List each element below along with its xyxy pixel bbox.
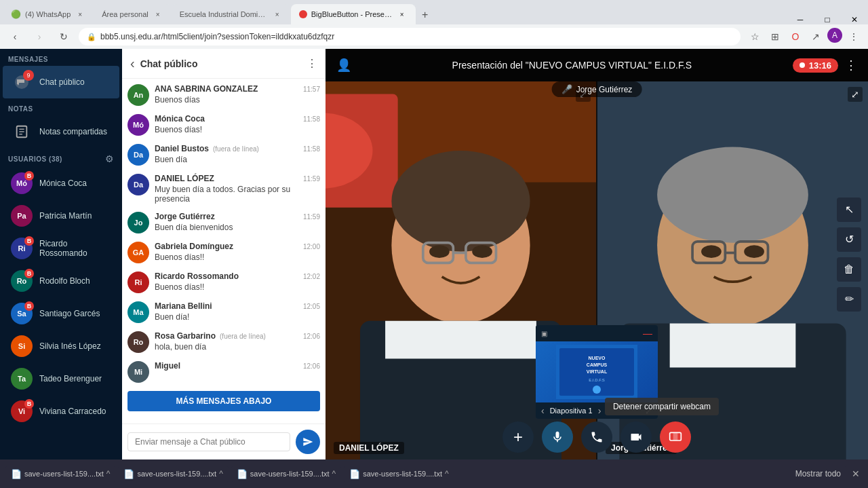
message-item: Da Daniel Bustos (fuera de línea) 11:58 … bbox=[127, 144, 320, 166]
svg-text:E.I.D.F.S: E.I.D.F.S bbox=[589, 378, 605, 382]
dl-expand-2[interactable]: ^ bbox=[219, 469, 223, 478]
chat-title: Chat público bbox=[140, 58, 301, 69]
doc-icon-4: 📄 bbox=[349, 469, 360, 479]
video-header: 👤 Presentación del "NUEVO CAMPUS VIRTUAL… bbox=[326, 49, 868, 81]
participants-icon[interactable]: 👤 bbox=[336, 58, 351, 73]
silvia-label: Silvia Inés López bbox=[39, 341, 111, 351]
dl-expand-1[interactable]: ^ bbox=[106, 469, 111, 478]
dl-expand-3[interactable]: ^ bbox=[332, 469, 336, 478]
tab-whatsapp-close[interactable]: × bbox=[75, 9, 85, 20]
bookmark-icon[interactable]: ☆ bbox=[746, 28, 764, 45]
window-controls: ─ □ ✕ bbox=[787, 15, 868, 24]
add-button[interactable]: + bbox=[502, 421, 534, 453]
msg-header-gabriela: Gabriela Domínguez 12:00 bbox=[155, 242, 320, 251]
sidebar-user-tadeo[interactable]: Ta Tadeo Berenguer bbox=[3, 362, 119, 395]
avatar-viviana: Vi B bbox=[11, 400, 33, 422]
sidebar-user-silvia[interactable]: Si Silvia Inés López bbox=[3, 330, 119, 362]
video-more-button[interactable]: ⋮ bbox=[845, 58, 857, 73]
share-icon[interactable]: ↗ bbox=[807, 28, 825, 45]
phone-button[interactable] bbox=[581, 421, 612, 453]
msg-header-daniel-l: DANIEL LÓPEZ 11:59 bbox=[155, 174, 320, 183]
forward-button[interactable]: › bbox=[30, 27, 49, 46]
expand-jorge-button[interactable]: ⤢ bbox=[848, 87, 863, 102]
new-tab-button[interactable]: + bbox=[416, 5, 435, 24]
santiago-label: Santiago Garcés bbox=[39, 309, 111, 318]
msg-avatar-ricardo: Ri bbox=[127, 271, 149, 293]
settings-icon[interactable]: ⚙ bbox=[105, 153, 114, 164]
send-button[interactable] bbox=[296, 430, 320, 454]
extensions-icon[interactable]: ⊞ bbox=[766, 28, 784, 45]
msg-content-mariana: Mariana Bellini 12:05 Buen día! bbox=[155, 301, 320, 323]
url-bar[interactable]: 🔒 bbb5.unsj.edu.ar/html5client/join?sess… bbox=[79, 28, 741, 45]
sidebar-user-viviana[interactable]: Vi B Viviana Carracedo bbox=[3, 395, 119, 428]
minimize-button[interactable]: ─ bbox=[787, 15, 814, 24]
msg-header-rosa: Rosa Garbarino (fuera de línea) 12:06 bbox=[155, 331, 320, 341]
sidebar-user-ricardo[interactable]: Ri B Ricardo Rossomando bbox=[3, 232, 119, 265]
presentation-thumbnail: NUEVO CAMPUS VIRTUAL E.I.D.F.S bbox=[536, 341, 658, 402]
sidebar-item-chat-public[interactable]: 9 Chat público bbox=[3, 66, 119, 98]
dl-expand-4[interactable]: ^ bbox=[445, 469, 449, 478]
chat-public-label: Chat público bbox=[39, 77, 111, 87]
avatar-santiago: Sa B bbox=[11, 303, 33, 324]
msg-text-gabriela: Buenos días!! bbox=[155, 252, 320, 262]
sidebar-user-monica[interactable]: Mó B Mónica Coca bbox=[3, 167, 119, 200]
screen-share-button[interactable] bbox=[660, 421, 691, 453]
pres-next-button[interactable]: › bbox=[598, 405, 601, 416]
pres-prev-button[interactable]: ‹ bbox=[541, 405, 545, 416]
opera-icon[interactable]: O bbox=[787, 28, 804, 45]
monica-label: Mónica Coca bbox=[39, 179, 111, 188]
msg-header-miguel: Miguel 12:06 bbox=[155, 361, 320, 371]
tab-whatsapp[interactable]: 🟢 (4) WhatsApp × bbox=[3, 4, 94, 24]
chat-back-button[interactable]: ‹ bbox=[130, 56, 135, 71]
refresh-button[interactable]: ↻ bbox=[54, 27, 73, 46]
tab-bbb-close[interactable]: × bbox=[397, 9, 408, 20]
sidebar-user-patricia[interactable]: Pa Patricia Martín bbox=[3, 200, 119, 232]
close-button[interactable]: ✕ bbox=[841, 15, 868, 24]
tab-bbb[interactable]: BigBlueButton - Presentació... × bbox=[291, 4, 416, 24]
back-button[interactable]: ‹ bbox=[5, 27, 24, 46]
message-item: Mó Mónica Coca 11:58 Buenos días! bbox=[127, 114, 320, 136]
message-item: Jo Jorge Gutiérrez 11:59 Buen día bienve… bbox=[127, 212, 320, 233]
sidebar-item-notes[interactable]: Notas compartidas bbox=[3, 115, 119, 148]
tab-area-personal[interactable]: Área personal × bbox=[94, 4, 172, 24]
show-all-button[interactable]: Mostrar todo bbox=[790, 466, 846, 481]
tab-escuela[interactable]: Escuela Industrial Domingo Faus... × bbox=[172, 4, 291, 24]
sidebar-user-santiago[interactable]: Sa B Santiago Garcés bbox=[3, 297, 119, 330]
chat-more-button[interactable]: ⋮ bbox=[307, 57, 317, 70]
tool-annotation-button[interactable]: ✏ bbox=[837, 287, 861, 312]
users-label: USUARIOS (38) bbox=[8, 155, 62, 163]
tool-delete-button[interactable]: 🗑 bbox=[837, 257, 861, 282]
maximize-button[interactable]: □ bbox=[814, 15, 841, 24]
tool-undo-button[interactable]: ↺ bbox=[837, 227, 861, 252]
dl-name-2: save-users-list-159....txt bbox=[137, 470, 216, 478]
app-area: MENSAJES 9 Chat público NOTAS Notas comp… bbox=[0, 49, 868, 459]
camera-button[interactable] bbox=[620, 421, 652, 453]
avatar-icon[interactable]: A bbox=[827, 28, 842, 43]
msg-name-daniel-l: DANIEL LÓPEZ bbox=[155, 174, 214, 183]
close-downloads-button[interactable]: ✕ bbox=[849, 466, 863, 482]
mic-button[interactable] bbox=[542, 421, 573, 453]
tab-escuela-label: Escuela Industrial Domingo Faus... bbox=[180, 10, 268, 18]
tab-bar: 🟢 (4) WhatsApp × Área personal × Escuela… bbox=[0, 0, 868, 24]
tab-area-label: Área personal bbox=[102, 10, 149, 18]
more-messages-button[interactable]: MÁS MENSAJES ABAJO bbox=[127, 391, 320, 411]
address-bar: ‹ › ↻ 🔒 bbb5.unsj.edu.ar/html5client/joi… bbox=[0, 24, 868, 49]
msg-content-monica: Mónica Coca 11:58 Buenos días! bbox=[155, 114, 320, 136]
msg-content-ricardo: Ricardo Rossomando 12:02 Buenos días!! bbox=[155, 271, 320, 293]
msg-name-ricardo: Ricardo Rossomando bbox=[155, 271, 239, 281]
sidebar-user-rodolfo[interactable]: Ro B Rodolfo Bloch bbox=[3, 265, 119, 297]
avatar-tadeo: Ta bbox=[11, 368, 33, 390]
tool-cursor-button[interactable]: ↖ bbox=[837, 198, 861, 222]
tab-area-close[interactable]: × bbox=[153, 9, 163, 20]
pres-close-button[interactable]: — bbox=[643, 328, 652, 339]
doc-icon-2: 📄 bbox=[123, 469, 134, 479]
msg-text-daniel-b: Buen día bbox=[155, 155, 320, 164]
message-item: Ri Ricardo Rossomando 12:02 Buenos días!… bbox=[127, 271, 320, 293]
ricardo-label: Ricardo Rossomando bbox=[39, 239, 111, 258]
msg-time-ricardo: 12:02 bbox=[303, 273, 320, 280]
msg-content-daniel-l: DANIEL LÓPEZ 11:59 Muy buen día a todos.… bbox=[155, 174, 320, 204]
menu-icon[interactable]: ⋮ bbox=[845, 28, 863, 45]
avatar-ricardo: Ri B bbox=[11, 238, 33, 259]
tab-escuela-close[interactable]: × bbox=[272, 9, 283, 20]
chat-input-field[interactable] bbox=[127, 432, 290, 451]
